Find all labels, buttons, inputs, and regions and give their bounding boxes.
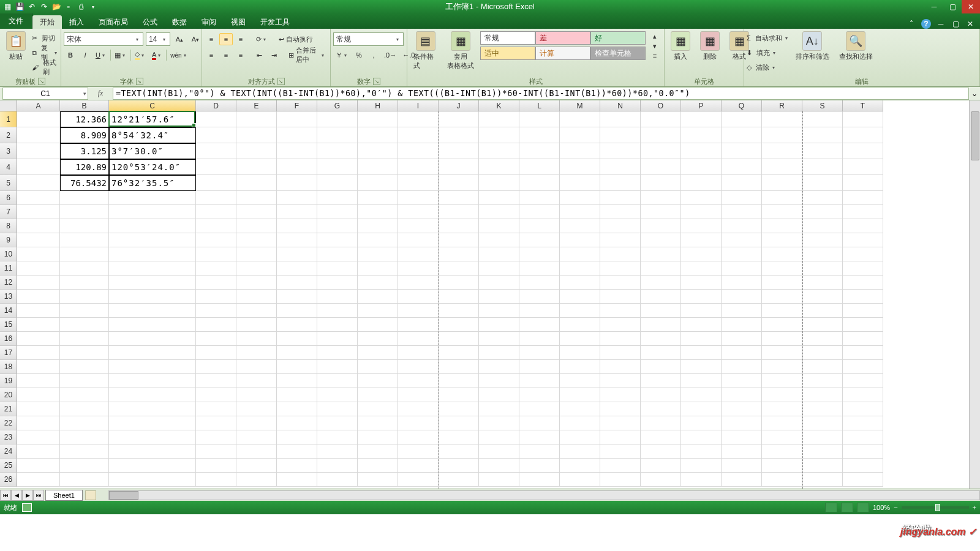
- undo-icon[interactable]: ↶: [27, 2, 37, 12]
- formula-expand-icon[interactable]: ⌄: [969, 89, 980, 98]
- tab-review[interactable]: 审阅: [194, 15, 224, 29]
- cell-C3[interactable]: 3°7′30.0″: [109, 143, 196, 159]
- cell-G17[interactable]: [317, 346, 358, 360]
- cell-E24[interactable]: [236, 444, 277, 459]
- cell-E12[interactable]: [236, 276, 277, 290]
- fill-color-button[interactable]: ◇▾: [132, 49, 148, 61]
- cell-L5[interactable]: [519, 175, 560, 191]
- cell-L20[interactable]: [519, 388, 560, 402]
- cell-K5[interactable]: [479, 175, 519, 191]
- cell-Q13[interactable]: [722, 290, 762, 304]
- cell-N9[interactable]: [600, 233, 641, 247]
- zoom-slider[interactable]: [902, 506, 969, 509]
- view-layout-button[interactable]: [841, 503, 853, 512]
- format-table-button[interactable]: ▦套用 表格格式: [443, 30, 478, 72]
- cell-H11[interactable]: [358, 261, 398, 276]
- cell-P14[interactable]: [681, 304, 722, 318]
- cell-J23[interactable]: [439, 430, 479, 444]
- cell-P25[interactable]: [681, 459, 722, 473]
- cell-H12[interactable]: [358, 276, 398, 290]
- cell-B21[interactable]: [60, 402, 109, 416]
- merge-button[interactable]: ⊞ 合并后居中▾: [286, 49, 328, 61]
- cell-I14[interactable]: [398, 304, 439, 318]
- cond-format-button[interactable]: ▤条件格式: [410, 30, 441, 72]
- cell-S25[interactable]: [802, 459, 843, 473]
- cell-D9[interactable]: [196, 233, 236, 247]
- cell-O13[interactable]: [641, 290, 681, 304]
- cell-C6[interactable]: [109, 191, 196, 205]
- view-normal-button[interactable]: [825, 503, 837, 512]
- align-right-button[interactable]: ≡: [234, 49, 247, 61]
- col-header-G[interactable]: G: [317, 100, 358, 111]
- cell-H7[interactable]: [358, 205, 398, 219]
- cell-G18[interactable]: [317, 360, 358, 374]
- cell-C15[interactable]: [109, 318, 196, 332]
- cell-N24[interactable]: [600, 444, 641, 459]
- cell-O11[interactable]: [641, 261, 681, 276]
- cell-B20[interactable]: [60, 388, 109, 402]
- cell-S9[interactable]: [802, 233, 843, 247]
- fx-icon[interactable]: fx: [94, 89, 107, 98]
- col-header-E[interactable]: E: [236, 100, 277, 111]
- row-header-7[interactable]: 7: [0, 205, 17, 219]
- cell-C13[interactable]: [109, 290, 196, 304]
- cell-G14[interactable]: [317, 304, 358, 318]
- cell-G5[interactable]: [317, 175, 358, 191]
- cell-F10[interactable]: [277, 247, 317, 261]
- cell-F14[interactable]: [277, 304, 317, 318]
- cell-C7[interactable]: [109, 205, 196, 219]
- tab-view[interactable]: 视图: [224, 15, 253, 29]
- cell-I9[interactable]: [398, 233, 439, 247]
- save-icon[interactable]: 💾: [15, 2, 24, 12]
- cell-I23[interactable]: [398, 430, 439, 444]
- cell-R21[interactable]: [762, 402, 802, 416]
- cell-B2[interactable]: 8.909: [60, 127, 109, 143]
- cell-I7[interactable]: [398, 205, 439, 219]
- cell-O17[interactable]: [641, 346, 681, 360]
- cell-M12[interactable]: [560, 276, 600, 290]
- cell-P20[interactable]: [681, 388, 722, 402]
- cell-O23[interactable]: [641, 430, 681, 444]
- cell-H10[interactable]: [358, 247, 398, 261]
- underline-button[interactable]: U▾: [93, 49, 109, 61]
- styles-scroll-up[interactable]: ▴: [648, 31, 662, 41]
- cell-G22[interactable]: [317, 416, 358, 430]
- col-header-L[interactable]: L: [519, 100, 560, 111]
- cell-M24[interactable]: [560, 444, 600, 459]
- cell-G21[interactable]: [317, 402, 358, 416]
- redo-icon[interactable]: ↷: [39, 2, 49, 12]
- cell-Q20[interactable]: [722, 388, 762, 402]
- cell-D4[interactable]: [196, 159, 236, 175]
- cell-A5[interactable]: [17, 175, 60, 191]
- cell-N20[interactable]: [600, 388, 641, 402]
- row-header-9[interactable]: 9: [0, 233, 17, 247]
- cell-R25[interactable]: [762, 459, 802, 473]
- fill-button[interactable]: ⬇ 填充▾: [747, 46, 790, 59]
- cell-A3[interactable]: [17, 143, 60, 159]
- cell-A15[interactable]: [17, 318, 60, 332]
- tab-data[interactable]: 数据: [165, 15, 194, 29]
- comma-button[interactable]: ,: [367, 49, 380, 61]
- cell-Q16[interactable]: [722, 332, 762, 346]
- cell-M20[interactable]: [560, 388, 600, 402]
- cell-C12[interactable]: [109, 276, 196, 290]
- cell-A18[interactable]: [17, 360, 60, 374]
- indent-decrease-button[interactable]: ⇤: [253, 49, 266, 61]
- row-header-6[interactable]: 6: [0, 191, 17, 205]
- cell-A9[interactable]: [17, 233, 60, 247]
- cell-B26[interactable]: [60, 473, 109, 487]
- cell-S7[interactable]: [802, 205, 843, 219]
- cell-E7[interactable]: [236, 205, 277, 219]
- cell-R7[interactable]: [762, 205, 802, 219]
- formula-input[interactable]: [113, 88, 969, 100]
- cell-T26[interactable]: [843, 473, 883, 487]
- cell-M16[interactable]: [560, 332, 600, 346]
- cell-D17[interactable]: [196, 346, 236, 360]
- cell-L4[interactable]: [519, 159, 560, 175]
- cell-D13[interactable]: [196, 290, 236, 304]
- cell-H20[interactable]: [358, 388, 398, 402]
- cell-J1[interactable]: [439, 111, 479, 127]
- cell-P1[interactable]: [681, 111, 722, 127]
- cell-O24[interactable]: [641, 444, 681, 459]
- cell-A26[interactable]: [17, 473, 60, 487]
